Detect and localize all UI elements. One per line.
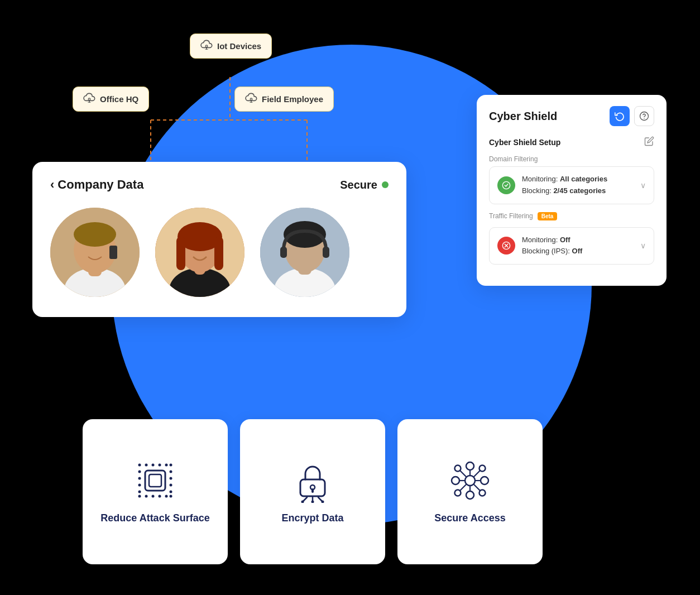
reduce-attack-label: Reduce Attack Surface [100,512,209,525]
cyber-shield-title: Cyber Shield [489,110,557,123]
svg-line-79 [473,471,480,477]
svg-point-36 [138,464,141,467]
svg-point-66 [452,477,459,484]
node-field-label: Field Employee [262,94,323,104]
encrypt-data-label: Encrypt Data [281,512,343,525]
svg-point-69 [466,491,474,499]
domain-monitoring-label: Monitoring: [522,175,560,183]
secure-label: Secure [340,179,377,191]
svg-rect-19 [176,237,185,270]
svg-point-40 [165,464,168,467]
svg-point-29 [644,118,645,119]
domain-filter-text: Monitoring: All categories Blocking: 2/4… [522,174,634,197]
encrypt-data-icon-wrap [290,458,335,503]
company-data-back[interactable]: ‹ Company Data [50,177,143,192]
svg-point-67 [481,477,488,484]
domain-status-icon [497,176,515,194]
svg-point-63 [311,501,314,503]
svg-point-50 [152,495,155,498]
node-office-label: Office HQ [100,94,138,104]
back-chevron-icon: ‹ [50,177,54,192]
traffic-filtering-header: Traffic Filtering Beta [489,212,654,220]
svg-rect-13 [109,246,117,259]
svg-point-52 [165,495,168,498]
refresh-button[interactable] [610,106,630,126]
traffic-chevron-icon: ∨ [640,241,646,250]
cyber-shield-panel: Cyber Shield Cyber Shield Setup [477,95,667,286]
svg-point-43 [170,471,172,473]
node-iot-label: Iot Devices [217,41,261,51]
feature-card-reduce-attack[interactable]: Reduce Attack Surface [83,419,228,564]
svg-point-5 [205,45,208,47]
cloud-icon-iot [200,40,213,52]
svg-point-73 [480,490,486,496]
domain-monitoring-value: All categories [560,175,607,183]
svg-point-12 [74,222,116,247]
svg-point-39 [159,464,161,467]
svg-line-81 [473,484,480,491]
cyber-shield-setup-label: Cyber Shield Setup [489,138,560,147]
company-data-card: ‹ Company Data Secure [32,162,406,317]
avatar-person1 [50,208,140,297]
cloud-icon-field [245,93,257,105]
svg-rect-58 [311,488,314,493]
svg-point-41 [170,464,172,467]
svg-point-71 [480,466,486,472]
secure-dot-indicator [382,181,389,188]
svg-point-70 [455,466,461,472]
traffic-monitoring-value: Off [560,236,570,244]
domain-filtering-label: Domain Filtering [489,155,654,163]
svg-rect-26 [280,247,287,258]
traffic-monitoring-label: Monitoring: [522,236,560,244]
company-data-title: Company Data [57,177,143,192]
feature-cards-row: Reduce Attack Surface Encrypt Data [83,419,543,564]
svg-point-38 [152,464,155,467]
svg-rect-20 [214,237,223,270]
svg-point-55 [170,495,172,498]
svg-point-44 [138,477,141,480]
svg-point-7 [250,98,252,100]
traffic-filter-text: Monitoring: Off Blocking (IPS): Off [522,234,634,258]
svg-point-46 [138,484,141,487]
svg-point-42 [138,471,141,473]
traffic-status-icon [497,237,515,255]
svg-point-30 [502,181,510,189]
svg-point-37 [145,464,148,467]
node-office[interactable]: Office HQ [73,87,149,112]
svg-point-51 [159,495,161,498]
svg-line-80 [460,484,467,491]
node-iot[interactable]: Iot Devices [190,33,272,59]
reduce-attack-icon-wrap [133,458,178,503]
svg-rect-35 [149,474,161,487]
feature-card-secure-access[interactable]: Secure Access [397,419,543,564]
traffic-blocking-label: Blocking (IPS): [522,247,572,255]
help-button[interactable] [634,106,654,126]
domain-blocking-value: 2/45 categories [553,186,606,195]
employee-avatars-row [50,208,389,297]
svg-point-6 [88,98,90,100]
edit-icon[interactable] [644,136,654,148]
secure-access-label: Secure Access [434,512,505,525]
svg-point-48 [138,491,141,493]
svg-line-78 [460,471,467,477]
traffic-blocking-value: Off [572,247,583,255]
avatar-person2 [155,208,244,297]
traffic-filtering-label: Traffic Filtering [489,212,533,220]
svg-point-47 [170,484,172,487]
feature-card-encrypt-data[interactable]: Encrypt Data [240,419,385,564]
svg-point-45 [170,477,172,480]
cloud-icon-office [83,93,95,105]
domain-filtering-card[interactable]: Monitoring: All categories Blocking: 2/4… [489,166,654,204]
svg-point-68 [466,462,474,470]
secure-status: Secure [340,179,389,191]
secure-access-icon-wrap [448,458,492,503]
node-field[interactable]: Field Employee [234,87,334,112]
svg-rect-34 [145,471,165,491]
traffic-filtering-card[interactable]: Monitoring: Off Blocking (IPS): Off ∨ [489,227,654,265]
avatar-person3 [260,208,349,297]
panel-action-icons [610,106,654,126]
beta-badge: Beta [538,212,558,220]
svg-point-28 [640,112,649,121]
domain-chevron-icon: ∨ [640,181,646,190]
svg-point-53 [170,491,172,493]
